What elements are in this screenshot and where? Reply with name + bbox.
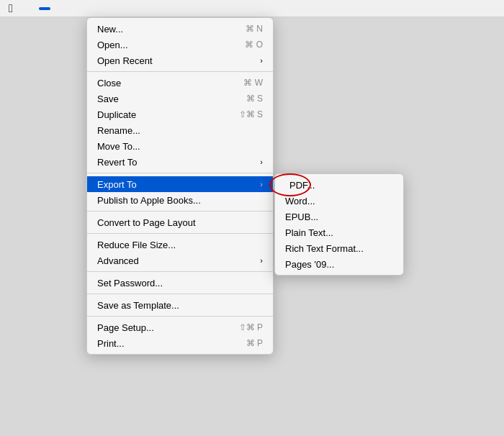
- apple-menu-icon[interactable]: : [6, 2, 16, 15]
- submenu-item-epub[interactable]: EPUB...: [275, 209, 403, 224]
- menubar-insert[interactable]: [68, 7, 79, 10]
- menubar-arrange[interactable]: [96, 7, 108, 10]
- separator-3: [87, 211, 273, 212]
- menu-item-move-to[interactable]: Move To...: [87, 138, 273, 154]
- submenu-item-pdf[interactable]: PDF...: [275, 177, 403, 193]
- menubar-help[interactable]: [154, 7, 166, 10]
- menubar-view[interactable]: [111, 7, 122, 10]
- separator-5: [87, 271, 273, 272]
- menu-item-rename[interactable]: Rename...: [87, 122, 273, 138]
- menubar-file[interactable]: [39, 7, 50, 10]
- menu-item-set-password[interactable]: Set Password...: [87, 275, 273, 291]
- separator-4: [87, 233, 273, 234]
- menubar-edit[interactable]: [53, 7, 65, 10]
- separator-2: [87, 173, 273, 173]
- menu-item-revert-to[interactable]: Revert To ›: [87, 154, 273, 170]
- submenu-item-plain-text[interactable]: Plain Text...: [275, 224, 403, 240]
- separator-1: [87, 71, 273, 72]
- export-submenu: PDF... Word... EPUB... Plain Text... Ric…: [274, 173, 404, 276]
- menu-item-open[interactable]: Open... ⌘ O: [87, 37, 273, 53]
- menubar-pages[interactable]: [24, 7, 36, 10]
- submenu-item-pages09[interactable]: Pages '09...: [275, 256, 403, 272]
- menu-item-save[interactable]: Save ⌘ S: [87, 91, 273, 106]
- menu-item-export-to[interactable]: Export To › PDF... Word... EPUB... Plain…: [87, 176, 273, 192]
- file-menu-dropdown: New... ⌘ N Open... ⌘ O Open Recent › Clo…: [86, 17, 274, 355]
- menubar-format[interactable]: [82, 7, 94, 10]
- menubar: : [0, 0, 504, 17]
- menubar-share[interactable]: [125, 7, 137, 10]
- submenu-item-rich-text[interactable]: Rich Text Format...: [275, 240, 403, 256]
- menu-item-reduce[interactable]: Reduce File Size...: [87, 237, 273, 253]
- menu-item-page-setup[interactable]: Page Setup... ⇧⌘ P: [87, 319, 273, 335]
- submenu-item-word[interactable]: Word...: [275, 193, 403, 209]
- menu-item-convert[interactable]: Convert to Page Layout: [87, 214, 273, 230]
- menu-item-publish[interactable]: Publish to Apple Books...: [87, 192, 273, 208]
- menu-item-new[interactable]: New... ⌘ N: [87, 21, 273, 37]
- menu-item-duplicate[interactable]: Duplicate ⇧⌘ S: [87, 106, 273, 122]
- menu-item-print[interactable]: Print... ⌘ P: [87, 335, 273, 351]
- separator-6: [87, 294, 273, 294]
- menu-item-open-recent[interactable]: Open Recent ›: [87, 53, 273, 68]
- separator-7: [87, 316, 273, 317]
- menu-item-advanced[interactable]: Advanced ›: [87, 253, 273, 268]
- menu-item-close[interactable]: Close ⌘ W: [87, 75, 273, 91]
- menu-item-save-template[interactable]: Save as Template...: [87, 297, 273, 313]
- menubar-window[interactable]: [140, 7, 151, 10]
